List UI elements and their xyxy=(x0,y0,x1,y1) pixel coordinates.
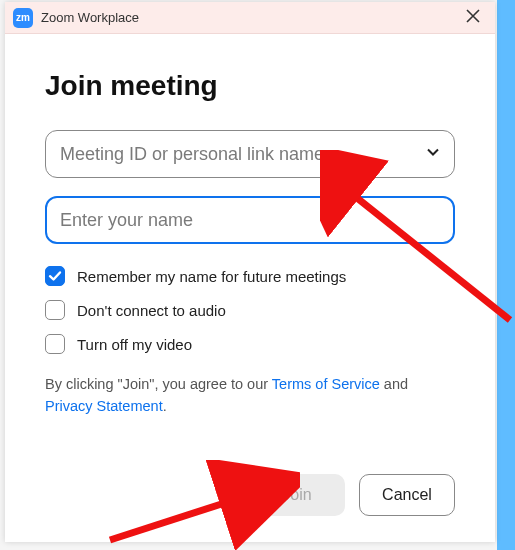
checkbox-remember[interactable] xyxy=(45,266,65,286)
titlebar: zm Zoom Workplace xyxy=(5,2,495,34)
privacy-statement-link[interactable]: Privacy Statement xyxy=(45,398,163,414)
window-title: Zoom Workplace xyxy=(41,10,139,25)
chevron-down-icon[interactable] xyxy=(425,144,441,164)
close-button[interactable] xyxy=(459,4,487,32)
join-button[interactable]: Join xyxy=(249,474,345,516)
zoom-app-icon-text: zm xyxy=(16,12,30,23)
zoom-app-icon: zm xyxy=(13,8,33,28)
options-list: Remember my name for future meetings Don… xyxy=(45,266,455,368)
terms-of-service-link[interactable]: Terms of Service xyxy=(272,376,380,392)
checkbox-no-video-label: Turn off my video xyxy=(77,336,192,353)
legal-prefix: By clicking "Join", you agree to our xyxy=(45,376,272,392)
meeting-id-field xyxy=(45,130,455,178)
legal-middle: and xyxy=(380,376,408,392)
page-title: Join meeting xyxy=(45,70,455,102)
cancel-button[interactable]: Cancel xyxy=(359,474,455,516)
background-strip xyxy=(497,0,515,550)
join-meeting-dialog: zm Zoom Workplace Join meeting xyxy=(5,2,495,542)
option-no-video[interactable]: Turn off my video xyxy=(45,334,455,354)
option-remember-name[interactable]: Remember my name for future meetings xyxy=(45,266,455,286)
name-input[interactable] xyxy=(45,196,455,244)
name-field xyxy=(45,196,455,244)
legal-suffix: . xyxy=(163,398,167,414)
cancel-button-label: Cancel xyxy=(382,486,432,504)
button-row: Join Cancel xyxy=(45,474,455,532)
checkbox-no-audio[interactable] xyxy=(45,300,65,320)
checkbox-no-video[interactable] xyxy=(45,334,65,354)
checkbox-no-audio-label: Don't connect to audio xyxy=(77,302,226,319)
meeting-id-input[interactable] xyxy=(45,130,455,178)
legal-text: By clicking "Join", you agree to our Ter… xyxy=(45,374,455,418)
dialog-content: Join meeting Remember my name for future… xyxy=(5,34,495,542)
join-button-label: Join xyxy=(282,486,311,504)
option-no-audio[interactable]: Don't connect to audio xyxy=(45,300,455,320)
close-icon xyxy=(466,9,480,27)
checkbox-remember-label: Remember my name for future meetings xyxy=(77,268,346,285)
